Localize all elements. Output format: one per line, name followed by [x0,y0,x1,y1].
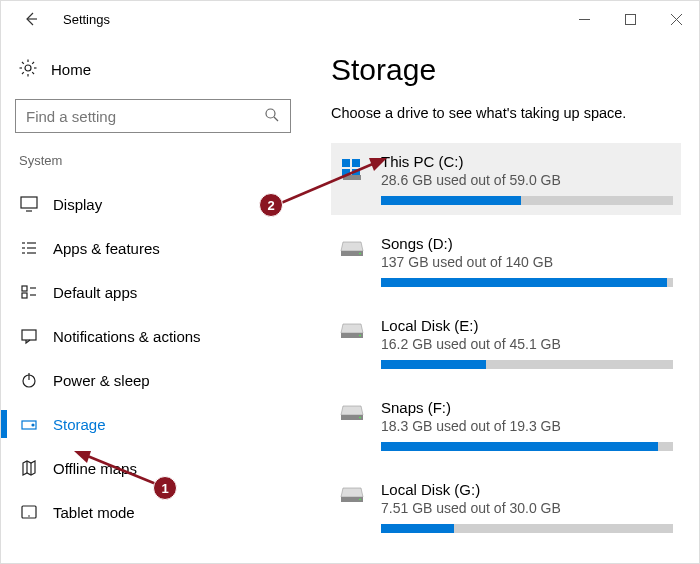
svg-line-14 [274,117,278,121]
titlebar: Settings [1,1,699,37]
drive-item[interactable]: This PC (C:)28.6 GB used out of 59.0 GB [331,143,681,215]
main-panel: Storage Choose a drive to see what's tak… [301,37,699,563]
sidebar-item-label: Apps & features [53,240,160,257]
drive-item[interactable]: Local Disk (E:)16.2 GB used out of 45.1 … [331,307,681,379]
window-controls [561,3,699,35]
selection-marker [1,410,7,438]
sidebar-item-label: Offline maps [53,460,137,477]
drive-stat: 18.3 GB used out of 19.3 GB [381,418,673,434]
search-input[interactable]: Find a setting [15,99,291,133]
drive-stat: 16.2 GB used out of 45.1 GB [381,336,673,352]
storage-icon [19,415,39,433]
page-title: Storage [331,53,681,87]
display-icon [19,195,39,213]
sidebar-item-apps-features[interactable]: Apps & features [15,226,301,270]
svg-line-12 [32,62,34,64]
notifications-icon [19,327,39,345]
drive-name: Local Disk (G:) [381,481,673,498]
sidebar-item-tablet-mode[interactable]: Tablet mode [15,490,301,534]
usage-bar [381,524,673,533]
drive-name: This PC (C:) [381,153,673,170]
maximize-button[interactable] [607,3,653,35]
sidebar-item-power-sleep[interactable]: Power & sleep [15,358,301,402]
svg-rect-1 [625,14,635,24]
sidebar-item-storage[interactable]: Storage [15,402,301,446]
drive-icon [339,481,365,533]
sidebar: Home Find a setting System DisplayApps &… [1,37,301,563]
svg-line-9 [22,62,24,64]
gear-icon [19,59,37,80]
search-icon [264,107,280,126]
drive-name: Snaps (F:) [381,399,673,416]
svg-point-13 [266,109,275,118]
svg-point-44 [359,335,361,337]
svg-rect-38 [352,159,360,167]
drive-stat: 137 GB used out of 140 GB [381,254,673,270]
search-placeholder: Find a setting [26,108,116,125]
svg-point-48 [359,499,361,501]
drive-icon [339,317,365,369]
drive-item[interactable]: Local Disk (G:)7.51 GB used out of 30.0 … [331,471,681,543]
section-label: System [15,147,301,182]
drive-name: Local Disk (E:) [381,317,673,334]
svg-line-11 [22,72,24,74]
home-button[interactable]: Home [15,49,301,89]
sidebar-item-label: Power & sleep [53,372,150,389]
default-apps-icon [19,283,39,301]
drive-stat: 7.51 GB used out of 30.0 GB [381,500,673,516]
drive-icon [339,235,365,287]
svg-rect-36 [342,159,350,167]
system-drive-icon [339,153,365,205]
home-label: Home [51,61,91,78]
window-title: Settings [63,12,110,27]
sidebar-item-label: Notifications & actions [53,328,201,345]
sidebar-item-display[interactable]: Display [15,182,301,226]
svg-rect-24 [22,293,27,298]
sidebar-item-notifications-actions[interactable]: Notifications & actions [15,314,301,358]
svg-line-10 [32,72,34,74]
svg-rect-40 [343,175,361,180]
sidebar-item-default-apps[interactable]: Default apps [15,270,301,314]
drive-icon [339,399,365,451]
drive-name: Songs (D:) [381,235,673,252]
svg-rect-15 [21,197,37,208]
page-subtitle: Choose a drive to see what's taking up s… [331,105,681,121]
apps-icon [19,239,39,257]
drive-item[interactable]: Snaps (F:)18.3 GB used out of 19.3 GB [331,389,681,461]
back-button[interactable] [15,3,47,35]
svg-point-35 [28,515,30,517]
usage-bar [381,360,673,369]
drive-stat: 28.6 GB used out of 59.0 GB [381,172,673,188]
usage-bar [381,196,673,205]
usage-bar-fill [381,278,667,287]
svg-rect-23 [22,286,27,291]
sidebar-item-label: Storage [53,416,106,433]
svg-point-31 [32,424,34,426]
usage-bar [381,442,673,451]
usage-bar-fill [381,524,454,533]
svg-point-4 [25,65,31,71]
sidebar-item-offline-maps[interactable]: Offline maps [15,446,301,490]
svg-point-46 [359,417,361,419]
tablet-icon [19,503,39,521]
sidebar-item-label: Tablet mode [53,504,135,521]
close-button[interactable] [653,3,699,35]
sidebar-item-label: Default apps [53,284,137,301]
sidebar-item-label: Display [53,196,102,213]
usage-bar-fill [381,442,658,451]
svg-rect-27 [22,330,36,340]
svg-point-42 [359,253,361,255]
usage-bar [381,278,673,287]
drive-item[interactable]: System Reserved (H:)89.3 MB used out of … [331,553,681,563]
usage-bar-fill [381,360,486,369]
drive-item[interactable]: Songs (D:)137 GB used out of 140 GB [331,225,681,297]
minimize-button[interactable] [561,3,607,35]
maps-icon [19,459,39,477]
usage-bar-fill [381,196,521,205]
power-icon [19,371,39,389]
